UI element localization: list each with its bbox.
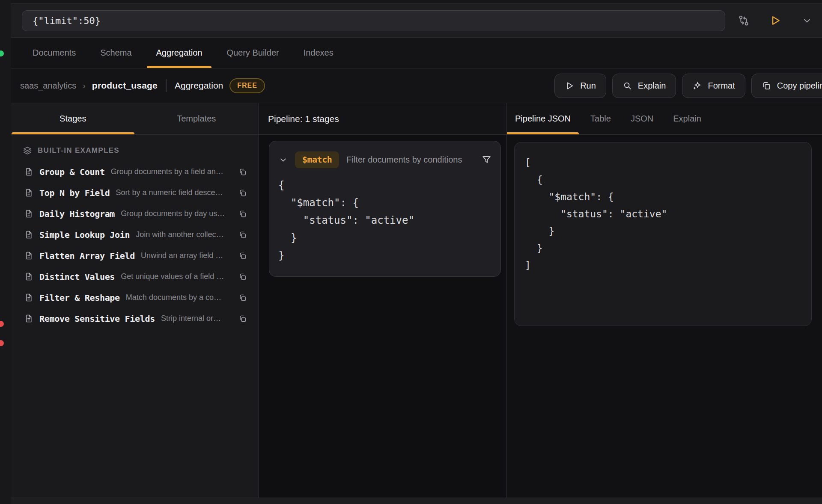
- breadcrumb-divider: [166, 79, 167, 92]
- collapse-chevron-icon[interactable]: [279, 155, 288, 164]
- example-distinct-values[interactable]: Distinct Values Get unique values of a f…: [11, 266, 258, 287]
- tab-query-builder[interactable]: Query Builder: [216, 38, 289, 68]
- pipeline-json-card: [ { "$match": { "status": "active" } } ]: [514, 142, 812, 326]
- copy-icon[interactable]: [238, 294, 247, 302]
- stage-operator-badge: $match: [295, 151, 339, 168]
- document-icon: [24, 230, 33, 239]
- copy-icon[interactable]: [238, 314, 247, 323]
- example-description: Group documents by a field an…: [111, 167, 232, 176]
- status-dot-red: [0, 340, 4, 346]
- tab-indexes[interactable]: Indexes: [293, 38, 344, 68]
- copy-pipeline-button[interactable]: Copy pipeline: [751, 74, 822, 98]
- example-remove-sensitive-fields[interactable]: Remove Sensitive Fields Strip internal o…: [11, 308, 258, 329]
- copy-icon[interactable]: [238, 189, 247, 197]
- status-dot-green: [0, 50, 4, 56]
- example-title: Simple Lookup Join: [39, 230, 130, 240]
- example-description: Sort by a numeric field desce…: [116, 188, 232, 197]
- window-top-edge: [11, 0, 822, 4]
- copy-icon[interactable]: [238, 231, 247, 239]
- connection-status-rail: [0, 0, 11, 504]
- layers-icon: [23, 146, 32, 155]
- document-icon: [24, 272, 33, 281]
- explain-button-label: Explain: [638, 81, 666, 91]
- output-panel-tabs: Pipeline JSON Table JSON Explain: [507, 103, 822, 135]
- example-description: Match documents by a co…: [126, 293, 232, 302]
- bottom-status-bar: [11, 498, 822, 504]
- run-query-icon[interactable]: [768, 13, 783, 28]
- tab-templates[interactable]: Templates: [135, 103, 259, 134]
- breadcrumb-separator-icon: ›: [83, 81, 86, 91]
- query-toolbar: [11, 4, 822, 38]
- tab-pipeline-json[interactable]: Pipeline JSON: [507, 103, 579, 134]
- toolbar-icons: [736, 13, 816, 28]
- copy-icon[interactable]: [238, 252, 247, 260]
- document-icon: [24, 209, 33, 218]
- transform-pipeline-icon[interactable]: [736, 13, 751, 28]
- stage-description: Filter documents by conditions: [346, 155, 474, 165]
- tab-table[interactable]: Table: [582, 103, 619, 134]
- workspace-panels: Stages Templates BUILT-IN EXAMPLES Group…: [11, 103, 822, 498]
- example-simple-lookup-join[interactable]: Simple Lookup Join Join with another col…: [11, 224, 258, 245]
- copy-icon[interactable]: [238, 168, 247, 176]
- pipeline-panel-header: Pipeline: 1 stages: [259, 103, 506, 135]
- breadcrumb: saas_analytics › product_usage Aggregati…: [20, 78, 265, 93]
- example-flatten-array-field[interactable]: Flatten Array Field Unwind an array fiel…: [11, 245, 258, 266]
- pipeline-stage-count: Pipeline: 1 stages: [268, 114, 339, 124]
- match-stage-card: $match Filter documents by conditions { …: [269, 141, 501, 277]
- example-title: Flatten Array Field: [39, 251, 135, 261]
- example-daily-histogram[interactable]: Daily Histogram Group documents by day u…: [11, 203, 258, 224]
- pipeline-panel: Pipeline: 1 stages $match Filter documen…: [258, 103, 506, 498]
- tab-aggregation[interactable]: Aggregation: [146, 38, 213, 68]
- example-title: Remove Sensitive Fields: [39, 314, 155, 324]
- tab-json[interactable]: JSON: [622, 103, 661, 134]
- chevron-down-icon[interactable]: [800, 13, 814, 28]
- pipeline-json-output: [ { "$match": { "status": "active" } } ]: [525, 154, 801, 274]
- output-panel: Pipeline JSON Table JSON Explain [ { "$m…: [506, 103, 822, 498]
- explain-button[interactable]: Explain: [612, 74, 676, 98]
- document-icon: [24, 314, 33, 323]
- format-button-label: Format: [708, 81, 735, 91]
- copy-icon[interactable]: [238, 210, 247, 218]
- example-title: Daily Histogram: [39, 209, 115, 219]
- example-title: Filter & Reshape: [39, 293, 120, 303]
- builtin-examples-title: BUILT-IN EXAMPLES: [38, 146, 119, 155]
- example-description: Get unique values of a field …: [121, 272, 232, 281]
- breadcrumb-database[interactable]: saas_analytics: [20, 81, 76, 91]
- example-title: Top N by Field: [39, 188, 110, 198]
- filter-funnel-icon: [481, 154, 492, 165]
- breadcrumb-row: saas_analytics › product_usage Aggregati…: [11, 68, 822, 103]
- pipeline-actions: Run Explain Format Copy pipeline: [554, 74, 822, 98]
- run-button[interactable]: Run: [554, 74, 606, 98]
- output-panel-body: [ { "$match": { "status": "active" } } ]: [507, 135, 822, 326]
- tab-stages[interactable]: Stages: [11, 103, 135, 134]
- example-description: Join with another collec…: [136, 230, 232, 239]
- copy-pipeline-button-label: Copy pipeline: [777, 81, 822, 91]
- examples-list: BUILT-IN EXAMPLES Group & Count Group do…: [11, 135, 258, 498]
- stage-code-editor[interactable]: { "$match": { "status": "active" } }: [269, 172, 500, 276]
- example-description: Strip internal or…: [161, 314, 232, 323]
- example-description: Group documents by day us…: [121, 209, 232, 218]
- document-icon: [24, 188, 33, 197]
- status-dot-red: [0, 321, 4, 327]
- run-button-label: Run: [580, 81, 596, 91]
- example-filter-and-reshape[interactable]: Filter & Reshape Match documents by a co…: [11, 287, 258, 308]
- stage-card-header: $match Filter documents by conditions: [269, 141, 500, 172]
- document-icon: [24, 167, 33, 176]
- pipeline-stage-list: $match Filter documents by conditions { …: [259, 135, 506, 277]
- collection-tab-bar: Documents Schema Aggregation Query Build…: [11, 38, 822, 68]
- example-group-and-count[interactable]: Group & Count Group documents by a field…: [11, 161, 258, 182]
- document-icon: [24, 293, 33, 302]
- stages-panel: Stages Templates BUILT-IN EXAMPLES Group…: [11, 103, 258, 498]
- copy-icon[interactable]: [238, 273, 247, 281]
- example-top-n-by-field[interactable]: Top N by Field Sort by a numeric field d…: [11, 182, 258, 203]
- tab-schema[interactable]: Schema: [90, 38, 142, 68]
- format-button[interactable]: Format: [682, 74, 745, 98]
- breadcrumb-collection[interactable]: product_usage: [92, 80, 158, 91]
- app-window: Documents Schema Aggregation Query Build…: [11, 0, 822, 504]
- free-plan-badge: FREE: [229, 78, 265, 93]
- tab-documents[interactable]: Documents: [22, 38, 86, 68]
- query-input[interactable]: [22, 10, 725, 31]
- example-title: Group & Count: [39, 167, 105, 177]
- document-icon: [24, 251, 33, 260]
- tab-explain[interactable]: Explain: [665, 103, 709, 134]
